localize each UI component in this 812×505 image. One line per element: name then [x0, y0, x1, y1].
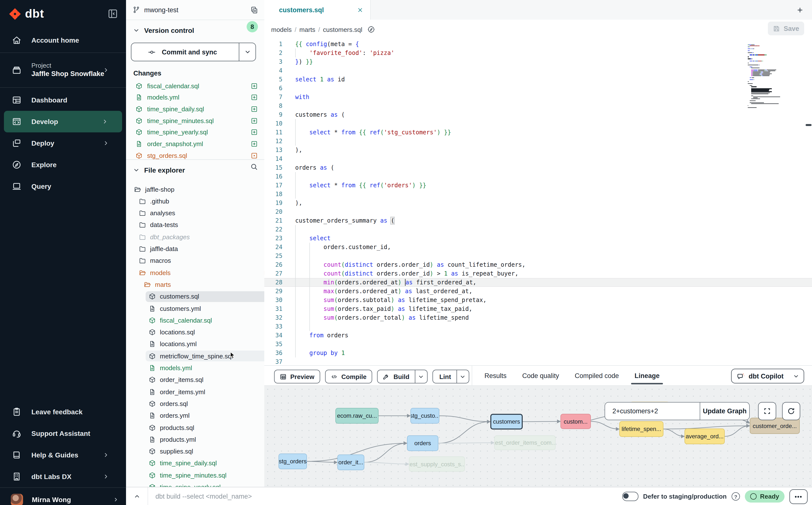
change-item[interactable]: time_spine_daily.sql — [126, 103, 264, 115]
sidebar-item-account-home[interactable]: Account home — [0, 29, 126, 51]
file-tree-item-jaffle-shop[interactable]: jaffle-shop — [126, 183, 264, 195]
file-tree-item-models-yml[interactable]: models.yml — [126, 362, 264, 374]
lineage-node-life[interactable]: lifetime_spen... — [619, 421, 663, 437]
sidebar-item-support-assistant[interactable]: Support Assistant — [0, 423, 126, 444]
code-line[interactable]: 33 — [264, 322, 812, 331]
lineage-node-toi[interactable]: test_order_items_com... — [494, 436, 555, 450]
code-line[interactable]: 34 from orders — [264, 331, 812, 340]
sidebar-item-help-guides[interactable]: Help & Guides — [0, 444, 126, 466]
tab-customers-sql[interactable]: customers.sql — [264, 0, 371, 20]
copy-icon[interactable] — [250, 6, 259, 14]
lineage-node-oi[interactable]: order_it... — [337, 455, 364, 470]
code-line[interactable]: 32 sum(orders.order_total) as lifetime_s… — [264, 313, 812, 322]
preview-button[interactable]: Preview — [274, 370, 320, 383]
code-line[interactable]: 16 — [264, 172, 812, 181]
file-tree-item-models[interactable]: models — [126, 267, 264, 279]
scrollbar-thumb[interactable] — [806, 124, 812, 126]
file-tree-item-locations-sql[interactable]: locations.sql — [126, 326, 264, 338]
file-tree-item-analyses[interactable]: analyses — [126, 207, 264, 219]
code-line[interactable]: 11 select * from {{ ref('stg_customers')… — [264, 128, 812, 137]
file-tree-item-products-yml[interactable]: products.yml — [126, 434, 264, 446]
file-tree-item-jaffle-data[interactable]: jaffle-data — [126, 243, 264, 255]
file-tree-item-order-items-yml[interactable]: order_items.yml — [126, 386, 264, 398]
change-item[interactable]: time_spine_minutes.sql — [126, 115, 264, 127]
code-line[interactable]: 10 — [264, 119, 812, 128]
code-line[interactable]: 1{{ config(meta = { — [264, 40, 812, 48]
code-line[interactable]: 20 — [264, 207, 812, 216]
file-tree-item-time-spine-yearly-sql[interactable]: time_spine_yearly.sql — [126, 481, 264, 487]
lineage-canvas[interactable]: ecom.raw_cu...stg_custo...count_lifetim.… — [264, 385, 812, 487]
fullscreen-button[interactable] — [758, 402, 776, 420]
code-line[interactable]: 14 — [264, 154, 812, 163]
sidebar-item-dbt-labs-dx[interactable]: dbt Labs DX — [0, 466, 126, 487]
collapse-sidebar-icon[interactable] — [107, 8, 118, 19]
refresh-button[interactable] — [782, 402, 800, 420]
code-line[interactable]: 2 'favorite_food': 'pizza' — [264, 48, 812, 57]
sidebar-item-query[interactable]: Query — [0, 176, 126, 197]
file-tree-item-locations-yml[interactable]: locations.yml — [126, 338, 264, 350]
code-line[interactable]: 37 — [264, 357, 812, 365]
sidebar-item-deploy[interactable]: Deploy — [0, 132, 126, 154]
file-tree-item-time-spine-daily-sql[interactable]: time_spine_daily.sql — [126, 458, 264, 469]
close-icon[interactable] — [357, 7, 363, 13]
code-line[interactable]: 15orders as ( — [264, 163, 812, 172]
breadcrumb-file[interactable]: customers.sql — [323, 26, 362, 33]
code-line[interactable]: 30 sum(orders.subtotal) as lifetime_spen… — [264, 296, 812, 305]
file-tree-item-orders-sql[interactable]: orders.sql — [126, 398, 264, 409]
code-line[interactable]: 12 — [264, 137, 812, 146]
file-tree-item-customers-yml[interactable]: customers.yml — [126, 303, 264, 314]
minimap[interactable] — [748, 45, 797, 145]
file-explorer-header[interactable]: File explorer — [126, 163, 264, 177]
file-tree-item-products-sql[interactable]: products.sql — [126, 422, 264, 434]
lineage-node-avg[interactable]: average_ord... — [684, 429, 725, 444]
dbt-copilot-button[interactable]: dbt Copilot — [731, 369, 804, 383]
sidebar-item-dashboard[interactable]: Dashboard — [0, 89, 126, 111]
tab-lineage[interactable]: Lineage — [635, 372, 659, 379]
code-line[interactable]: 7with — [264, 93, 812, 102]
file-tree-item-fiscal-calendar-sql[interactable]: fiscal_calendar.sql — [126, 315, 264, 326]
lineage-node-raw[interactable]: ecom.raw_cu... — [335, 408, 378, 424]
change-item[interactable]: time_spine_yearly.sql — [126, 127, 264, 138]
lineage-node-ord[interactable]: orders — [407, 436, 438, 451]
sidebar-item-develop[interactable]: Develop — [4, 111, 122, 132]
sidebar-item-explore[interactable]: Explore — [0, 154, 126, 176]
code-line[interactable]: 28 min(orders.ordered_at) as first_order… — [264, 278, 812, 287]
tab-results[interactable]: Results — [484, 372, 506, 379]
breadcrumb-models[interactable]: models — [271, 26, 292, 33]
lineage-selector-input[interactable] — [612, 407, 700, 415]
new-tab-icon[interactable] — [796, 6, 804, 14]
version-control-header[interactable]: Version control — [126, 23, 264, 38]
code-line[interactable]: 9customers as ( — [264, 110, 812, 119]
code-line[interactable]: 27 count(distinct orders.order_id) > 1 a… — [264, 269, 812, 278]
code-line[interactable]: 6 — [264, 84, 812, 93]
search-icon[interactable] — [250, 163, 258, 171]
compile-button[interactable]: Compile — [325, 370, 372, 383]
ready-status-badge[interactable]: Ready — [745, 490, 785, 503]
file-tree-item-orders-yml[interactable]: orders.yml — [126, 409, 264, 422]
commit-options-dropdown[interactable] — [239, 43, 256, 61]
tab-code-quality[interactable]: Code quality — [522, 372, 559, 379]
more-options-button[interactable]: ••• — [789, 489, 808, 504]
build-button[interactable]: Build — [377, 370, 428, 383]
file-tree-item-customers-sql[interactable]: customers.sql — [126, 291, 264, 302]
lineage-node-cust[interactable]: customers — [490, 414, 523, 430]
help-icon[interactable]: ? — [732, 492, 740, 501]
file-tree-item-macros[interactable]: macros — [126, 255, 264, 267]
file-tree-item-time-spine-minutes-sql[interactable]: time_spine_minutes.sql — [126, 469, 264, 481]
explore-docs-icon[interactable] — [367, 25, 375, 33]
update-graph-button[interactable]: Update Graph — [700, 402, 749, 420]
lineage-node-stgc[interactable]: stg_custo... — [411, 408, 439, 424]
code-line[interactable]: 17 select * from {{ ref('orders') }} — [264, 181, 812, 190]
code-line[interactable]: 25 — [264, 251, 812, 260]
code-line[interactable]: 5select 1 as id — [264, 75, 812, 84]
code-line[interactable]: 36 group by 1 — [264, 349, 812, 357]
code-editor[interactable]: 1{{ config(meta = {2 'favorite_food': 'p… — [264, 40, 812, 365]
change-item[interactable]: stg_orders.sql — [126, 150, 264, 160]
change-item[interactable]: models.yml — [126, 92, 264, 103]
breadcrumb-marts[interactable]: marts — [299, 26, 315, 33]
code-line[interactable]: 35 — [264, 340, 812, 349]
code-line[interactable]: 31 sum(orders.tax_paid) as lifetime_tax_… — [264, 305, 812, 313]
lint-button[interactable]: Lint — [433, 370, 469, 383]
code-line[interactable]: 22 — [264, 225, 812, 234]
build-options-dropdown[interactable] — [415, 370, 427, 383]
